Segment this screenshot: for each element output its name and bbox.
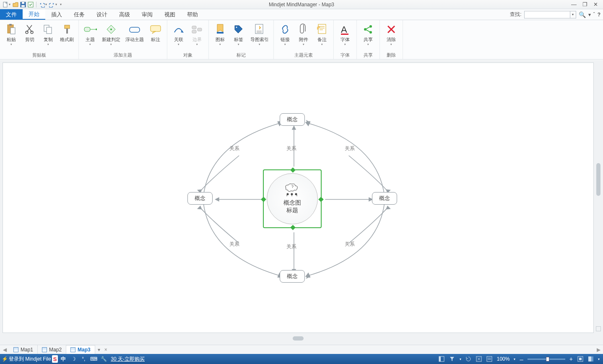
font-button[interactable]: A字体▾ [336,21,354,47]
window-minimize[interactable]: — [571,1,577,8]
status-taskpane-icon[interactable] [587,356,594,362]
status-outline-icon[interactable] [486,356,493,362]
undo-icon[interactable] [39,1,45,8]
float-topic-button[interactable]: 浮动主题 [123,21,146,43]
ribbon-group-share: 共享▾ 共享 [357,20,380,59]
node-bottom[interactable]: 概念 [280,270,305,283]
redo-drop[interactable]: ▾ [55,3,57,6]
tab-next[interactable]: ▶ [594,347,603,353]
login-link[interactable]: 登录到 Mindjet File [9,356,51,363]
status-fullscreen-icon[interactable] [577,356,583,362]
doctab-map3[interactable]: Map3 [66,345,95,354]
status-refresh-icon[interactable] [465,356,472,362]
svg-point-17 [110,29,112,30]
status-panel-icon[interactable] [439,356,445,362]
newjudge-button[interactable]: 新建判定▾ [100,21,122,47]
tab-design[interactable]: 设计 [91,9,113,20]
topic-button[interactable]: 主题▾ [81,21,99,47]
ribbon-group-addtopic: 主题▾ 新建判定▾ 浮动主题 标注 添加主题 [79,20,167,59]
svg-rect-12 [65,25,70,29]
resize-handle-bottom[interactable] [290,225,296,230]
tab-file[interactable]: 文件 [0,9,23,20]
ime-icon[interactable]: S [52,355,58,363]
quick-access-toolbar: ▾ ▾ ▾ ▾ Mindjet MindManager - Map3 — ❐ ✕ [0,0,603,9]
redo-icon[interactable] [49,1,55,8]
tab-start[interactable]: 开始 [23,9,45,20]
status-bar: ⚡ 登录到 Mindjet File S 中 ☽ °, ⌨ 🔧 30 天-立即购… [0,354,603,364]
horizontal-scrollbar[interactable] [3,335,594,341]
cut-button[interactable]: 剪切 [21,21,39,43]
new-file-icon[interactable] [2,1,9,8]
svg-point-24 [236,27,237,28]
node-left[interactable]: 概念 [187,192,213,205]
tab-help[interactable]: 帮助 [181,9,204,20]
ribbon-group-clear: 清除▾ 删除 [380,20,403,59]
clear-button[interactable]: 清除▾ [382,21,400,47]
zoom-in[interactable]: + [569,356,573,362]
map-canvas[interactable]: 概念 概念 概念 概念 ? 概念图 标题 关系 关系 关系 关系 关系 关系 [3,62,594,333]
tab-close[interactable]: × [103,347,109,353]
central-topic[interactable]: ? 概念图 标题 [263,169,322,228]
window-close[interactable]: ✕ [593,1,598,8]
ime-wrench-icon[interactable]: 🔧 [99,355,108,363]
open-icon[interactable] [12,1,19,8]
zoom-slider[interactable] [528,359,565,360]
svg-rect-28 [318,24,326,34]
wizard-icon[interactable] [27,1,34,8]
map-icon [42,347,47,352]
svg-point-44 [287,193,289,195]
zoom-out[interactable]: – [520,356,523,363]
undo-drop[interactable]: ▾ [45,3,47,6]
new-file-drop[interactable]: ▾ [9,3,10,6]
relationship-button[interactable]: 关联▾ [170,21,187,47]
copy-button[interactable]: 复制▾ [39,21,57,47]
svg-rect-7 [10,28,15,34]
resize-handle-left[interactable] [261,197,266,202]
callout-button[interactable]: 标注 [147,21,164,43]
svg-rect-50 [487,356,492,361]
resize-handle-top[interactable] [290,167,296,173]
status-fit-icon[interactable] [476,356,482,362]
tab-task[interactable]: 任务 [68,9,91,20]
tab-prev[interactable]: ◀ [0,347,9,353]
qat-customize[interactable]: ▾ [60,3,62,6]
paste-button[interactable]: 粘贴▾ [3,21,20,47]
tab-review[interactable]: 审阅 [136,9,159,20]
binoculars-icon[interactable]: 🔍 [579,11,586,18]
trial-buy-link[interactable]: 30 天-立即购买 [111,356,145,363]
rel-label-tl: 关系 [229,145,239,152]
tab-drop[interactable]: ▾ [95,347,103,353]
tab-view[interactable]: 视图 [159,9,181,20]
tab-advanced[interactable]: 高级 [113,9,136,20]
help-icon[interactable]: ? [598,12,600,18]
ime-lang[interactable]: 中 [59,355,68,363]
doctab-map1[interactable]: Map1 [9,345,38,354]
doctab-map2[interactable]: Map2 [38,345,66,354]
vertical-scrollbar[interactable] [595,62,601,333]
ime-comma-icon[interactable]: °, [79,355,88,363]
tag-button[interactable]: 标签▾ [230,21,247,47]
ime-keyboard-icon[interactable]: ⌨ [89,355,98,363]
ime-moon-icon[interactable]: ☽ [69,355,78,363]
ribbon-group-object: 关联▾ 边界▾ 对象 [167,20,209,59]
resize-handle-right[interactable] [318,197,324,202]
collapse-ribbon-icon[interactable]: ˆ [593,12,595,18]
icon-marker-button[interactable]: 图标▾ [211,21,229,47]
format-painter-button[interactable]: 格式刷 [58,21,76,43]
save-icon[interactable] [20,1,26,8]
search-input[interactable] [524,11,570,18]
search-drop[interactable]: ▾ [570,11,576,18]
svg-rect-19 [151,26,161,31]
svg-point-46 [295,193,297,195]
link-button[interactable]: 链接▾ [276,21,294,47]
node-right[interactable]: 概念 [372,192,397,205]
window-maximize[interactable]: ❐ [582,1,587,8]
status-filter-icon[interactable] [449,356,455,362]
share-button[interactable]: 共享▾ [359,21,377,47]
memo-button[interactable]: 备注▾ [313,21,331,47]
map-index-button[interactable]: 导图索引▾ [248,21,271,47]
brainstorm-icon: ? [282,183,303,197]
attach-button[interactable]: 附件▾ [295,21,312,47]
node-top[interactable]: 概念 [280,113,305,126]
tab-insert[interactable]: 插入 [45,9,68,20]
